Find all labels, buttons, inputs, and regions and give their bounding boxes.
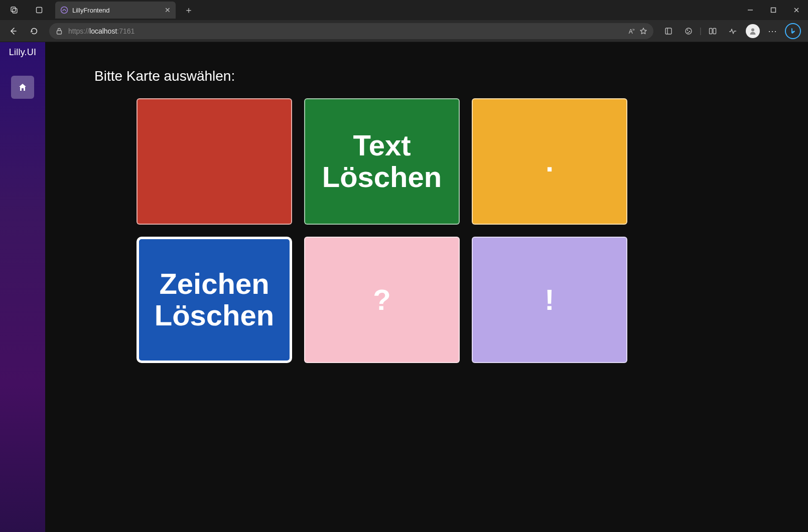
svg-point-3 <box>61 7 68 14</box>
tab-actions-icon[interactable] <box>5 1 23 19</box>
address-text: https://localhost:7161 <box>68 27 624 35</box>
svg-rect-0 <box>11 7 16 12</box>
svg-point-19 <box>751 28 754 31</box>
titlebar-left-icons <box>0 1 48 19</box>
svg-rect-11 <box>665 28 671 34</box>
performance-icon[interactable] <box>724 22 742 40</box>
svg-rect-17 <box>710 28 713 34</box>
split-screen-icon[interactable] <box>704 22 722 40</box>
svg-marker-10 <box>640 28 646 34</box>
app-brand: Lilly.UI <box>9 47 36 58</box>
card-label: Text Löschen <box>322 130 442 193</box>
cookies-icon[interactable] <box>680 22 698 40</box>
tab-title: LillyFrontend <box>72 7 161 14</box>
new-tab-button[interactable]: ＋ <box>182 3 196 17</box>
workspaces-icon[interactable] <box>30 1 48 19</box>
refresh-button[interactable] <box>25 22 43 40</box>
window-maximize-button[interactable] <box>762 0 785 20</box>
browser-toolbar: https://localhost:7161 A» | ⋯ <box>0 20 808 42</box>
extension-icon[interactable] <box>659 22 678 40</box>
card-empty-red[interactable] <box>137 98 292 225</box>
card-question[interactable]: ? <box>304 237 460 363</box>
favorite-icon[interactable] <box>639 27 647 35</box>
window-close-button[interactable] <box>785 0 808 20</box>
card-period[interactable]: . <box>472 98 627 225</box>
profile-button[interactable] <box>744 22 762 40</box>
svg-rect-2 <box>37 8 42 13</box>
svg-point-13 <box>686 28 692 34</box>
tab-favicon <box>60 6 68 14</box>
back-button[interactable] <box>4 22 22 40</box>
more-button[interactable]: ⋯ <box>764 22 782 40</box>
card-label: ? <box>373 284 390 316</box>
site-info-icon[interactable] <box>55 27 63 35</box>
svg-point-15 <box>689 31 690 32</box>
svg-point-16 <box>688 32 688 33</box>
svg-rect-5 <box>771 8 776 13</box>
read-aloud-icon[interactable]: A» <box>629 27 634 35</box>
main-content: Bitte Karte auswählen: Text Löschen . Ze… <box>45 42 808 532</box>
card-zeichen-loeschen[interactable]: Zeichen Löschen <box>137 237 292 363</box>
window-titlebar: LillyFrontend ✕ ＋ <box>0 0 808 20</box>
svg-rect-18 <box>713 28 716 34</box>
toolbar-right-icons: | ⋯ <box>659 22 804 40</box>
svg-rect-1 <box>13 9 17 13</box>
svg-point-14 <box>687 30 688 30</box>
browser-tab[interactable]: LillyFrontend ✕ <box>55 2 176 19</box>
tab-close-icon[interactable]: ✕ <box>165 6 171 14</box>
page-viewport: Lilly.UI Bitte Karte auswählen: Text Lös… <box>0 42 808 532</box>
card-grid: Text Löschen . Zeichen Löschen ? ! <box>137 98 773 363</box>
card-label: . <box>546 146 554 178</box>
address-bar[interactable]: https://localhost:7161 A» <box>49 23 653 39</box>
bing-button[interactable] <box>784 22 802 40</box>
page-heading: Bitte Karte auswählen: <box>94 68 773 84</box>
sidebar-home-button[interactable] <box>11 76 34 99</box>
card-label: Zeichen Löschen <box>155 268 275 331</box>
svg-rect-9 <box>57 31 62 34</box>
window-controls <box>739 0 808 20</box>
app-sidebar: Lilly.UI <box>0 42 45 532</box>
card-text-loeschen[interactable]: Text Löschen <box>304 98 460 225</box>
card-label: ! <box>545 284 554 316</box>
window-minimize-button[interactable] <box>739 0 762 20</box>
card-exclaim[interactable]: ! <box>472 237 627 363</box>
